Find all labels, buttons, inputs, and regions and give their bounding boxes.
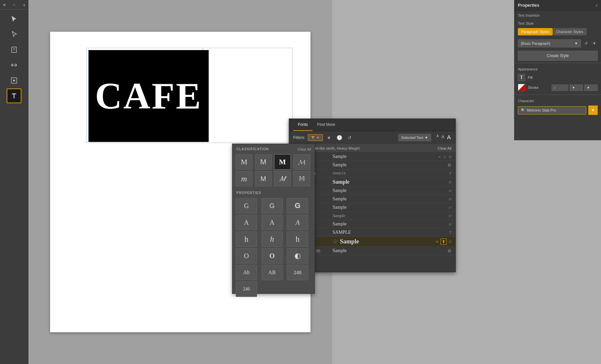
- panel-title: Properties: [518, 3, 539, 8]
- gap-tool-button[interactable]: [7, 58, 21, 72]
- font-name-value: Metronic Slab Pro: [527, 108, 556, 112]
- font-size-buttons: A A A: [436, 134, 451, 141]
- italic-type-button[interactable]: 𝑀: [274, 171, 291, 186]
- sans2-type-button[interactable]: M: [255, 171, 272, 186]
- classification-panel: Clear All CLASSIFICATION M M M 𝓜 m M 𝑀 𝕄…: [232, 144, 315, 294]
- font-sample: SAMPLE: [333, 230, 446, 235]
- font-sample: Sample: [340, 238, 433, 245]
- character-label: Character: [515, 97, 601, 104]
- font-sample: Sample: [333, 221, 446, 227]
- serif-clear-button[interactable]: Clear All: [438, 146, 451, 150]
- prop-o3-button[interactable]: ◐: [287, 248, 308, 263]
- filter-clock-icon[interactable]: 🕐: [335, 134, 344, 141]
- selected-text-dropdown[interactable]: Selected Text ▼: [398, 134, 431, 141]
- filter-star-icon[interactable]: ★: [326, 134, 333, 141]
- stroke-align-dropdown[interactable]: ▼: [584, 84, 598, 91]
- style-dropdown-row: [Basic Paragraph] ▼ ↺ ▼: [515, 38, 601, 49]
- serif-type-button[interactable]: M: [236, 154, 252, 170]
- font-actions: 𝑂: [449, 197, 451, 201]
- info-icon[interactable]: ⓘ: [333, 239, 337, 244]
- similar-icon[interactable]: ≈: [436, 239, 438, 244]
- font-num: 𝑂: [449, 239, 451, 244]
- font-size-medium-button[interactable]: A: [441, 134, 445, 141]
- font-sample: Sample: [333, 213, 446, 218]
- font-size-large-button[interactable]: A: [446, 134, 451, 141]
- prop-a1-button[interactable]: A: [236, 215, 257, 230]
- font-actions: 𝑂: [449, 205, 451, 210]
- properties-grid: G G G A A A h h h O O ◐ Ab AB 246 246: [232, 197, 315, 298]
- font-num: 𝑂: [449, 197, 451, 201]
- prop-h2-button[interactable]: h: [261, 231, 283, 247]
- filter-refresh-icon[interactable]: ↺: [346, 134, 353, 141]
- slab-type-button[interactable]: M: [274, 154, 291, 170]
- prop-g2-button[interactable]: G: [261, 198, 283, 213]
- prop-o2-button[interactable]: O: [261, 248, 283, 263]
- font-name-input[interactable]: 🔍 Metronic Slab Pro: [518, 106, 586, 115]
- style-expand-icon[interactable]: ▼: [591, 40, 598, 47]
- prop-246b-button[interactable]: 246: [236, 282, 257, 297]
- prop-h1-button[interactable]: h: [236, 231, 257, 247]
- prop-a3-button[interactable]: A: [287, 215, 308, 230]
- filters-label: Filters:: [293, 135, 305, 140]
- filter-arrow-icon: ▼: [316, 136, 320, 140]
- font-actions: 𝑂: [449, 214, 451, 218]
- prop-g1-button[interactable]: G: [236, 198, 257, 213]
- font-size-small-button[interactable]: A: [436, 134, 439, 141]
- font-actions: 𝑂: [449, 222, 451, 226]
- fill-row: T Fill: [515, 72, 601, 82]
- font-sample: Sample: [333, 162, 445, 168]
- toolbar-close-icon[interactable]: ✕: [3, 3, 6, 7]
- prop-g3-button[interactable]: G: [287, 198, 308, 213]
- fill-label: Fill: [528, 75, 533, 79]
- type-icon: T: [449, 171, 451, 176]
- font-num: 𝑂: [449, 222, 451, 226]
- sans-type-button[interactable]: M: [255, 154, 272, 170]
- prop-246a-button[interactable]: 246: [287, 265, 308, 280]
- font-num: 𝑂: [449, 180, 451, 184]
- font-sample: Sample: [333, 154, 436, 159]
- fill-icon[interactable]: T: [518, 74, 525, 81]
- font-dropdown-button[interactable]: ▼: [588, 106, 598, 115]
- decorative-type-button[interactable]: 𝕄: [293, 171, 310, 186]
- chevron-down-icon: ▼: [574, 41, 578, 45]
- direct-select-tool-button[interactable]: [7, 27, 21, 42]
- content-grab-tool-button[interactable]: [7, 73, 21, 88]
- page-tool-button[interactable]: [7, 42, 21, 57]
- panel-expand-icon[interactable]: »: [595, 3, 598, 8]
- style-refresh-icon[interactable]: ↺: [583, 40, 589, 47]
- prop-ab-button[interactable]: Ab: [236, 265, 257, 280]
- fonts-tab[interactable]: Fonts: [293, 119, 313, 131]
- prop-h3-button[interactable]: h: [287, 231, 308, 247]
- cafe-box[interactable]: CAFE: [88, 50, 209, 142]
- script-type-button[interactable]: 𝓜: [293, 154, 310, 170]
- font-actions: 𝑂: [449, 189, 451, 193]
- clear-all-button[interactable]: Clear All: [297, 147, 311, 151]
- text-tool-button[interactable]: [7, 88, 21, 103]
- prop-o1-button[interactable]: O: [236, 248, 257, 263]
- font-sample: Sample: [333, 205, 446, 210]
- cloud-icon[interactable]: ♻: [447, 163, 451, 168]
- select-tool-button[interactable]: [7, 12, 21, 26]
- blackletter-type-button[interactable]: m: [236, 171, 252, 186]
- svg-point-4: [13, 79, 15, 81]
- font-actions: ≈ ⬆ 𝑂: [436, 238, 451, 245]
- star-icon[interactable]: ☆: [443, 154, 447, 159]
- properties-section-label: PROPERTIES: [232, 188, 315, 197]
- basic-paragraph-dropdown[interactable]: [Basic Paragraph] ▼: [518, 39, 581, 47]
- find-more-tab[interactable]: Find More: [313, 119, 340, 131]
- paragraph-styles-tab[interactable]: Paragraph Styles: [518, 28, 553, 35]
- toolbar-expand-icon[interactable]: »: [23, 3, 25, 7]
- prop-a2-button[interactable]: A: [261, 215, 283, 230]
- create-style-button[interactable]: Create Style: [518, 51, 598, 61]
- character-styles-tab[interactable]: Character Styles: [553, 28, 586, 35]
- properties-panel: Properties » Text Insertion Text Style P…: [514, 0, 601, 140]
- stroke-style-dropdown[interactable]: ▼: [570, 84, 583, 91]
- prop-AB-button[interactable]: AB: [261, 265, 283, 280]
- cloud-icon[interactable]: ♻: [447, 248, 451, 253]
- similar-icon[interactable]: ≈: [438, 154, 441, 159]
- upload-icon[interactable]: ⬆: [440, 238, 447, 245]
- stroke-icon[interactable]: [518, 84, 525, 91]
- text-style-label: Text Style: [515, 19, 601, 27]
- stroke-value-spinner[interactable]: ↕: [552, 84, 568, 91]
- filter-dropdown-button[interactable]: ▼: [308, 134, 323, 141]
